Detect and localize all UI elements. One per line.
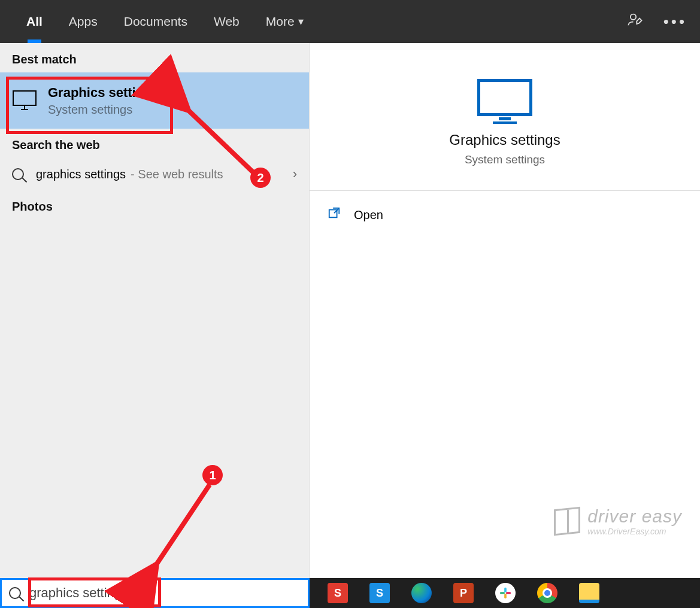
open-label: Open	[354, 208, 383, 222]
chevron-right-icon: ›	[293, 166, 297, 182]
more-options-icon[interactable]: •••	[663, 13, 687, 31]
preview-title: Graphics settings	[449, 132, 560, 148]
search-filter-tabs: All Apps Documents Web More▾ •••	[0, 0, 700, 43]
chevron-down-icon: ▾	[298, 15, 304, 28]
taskbar-app-file-explorer[interactable]	[579, 583, 599, 603]
watermark-url: www.DriverEasy.com	[587, 527, 682, 536]
taskbar-app-snagit-editor[interactable]: S	[328, 583, 348, 603]
taskbar-tray: S S P	[310, 578, 700, 608]
taskbar-app-edge[interactable]	[411, 583, 432, 603]
svg-point-0	[631, 14, 636, 19]
svg-rect-7	[504, 594, 507, 598]
best-match-title: Graphics settings	[48, 85, 159, 101]
watermark-brand: driver easy	[587, 506, 682, 527]
search-icon	[12, 168, 24, 180]
watermark: driver easy www.DriverEasy.com	[554, 506, 682, 536]
best-match-subtitle: System settings	[48, 103, 159, 117]
web-result-query: graphics settings	[36, 168, 126, 181]
search-input[interactable]	[29, 585, 301, 601]
taskbar-search[interactable]	[0, 578, 310, 608]
search-icon	[9, 587, 21, 599]
taskbar-app-slack[interactable]	[495, 583, 516, 603]
section-photos: Photos	[0, 190, 309, 220]
tab-all[interactable]: All	[13, 0, 56, 43]
svg-rect-8	[506, 592, 511, 594]
watermark-logo-icon	[554, 507, 580, 536]
taskbar-app-powerpoint[interactable]: P	[453, 583, 474, 603]
annotation-badge-1: 1	[202, 465, 223, 485]
preview-subtitle: System settings	[465, 153, 545, 166]
svg-rect-6	[500, 592, 505, 594]
taskbar-app-snagit[interactable]: S	[369, 583, 390, 603]
monitor-icon	[12, 88, 37, 113]
open-action[interactable]: Open	[310, 191, 700, 239]
tab-more[interactable]: More▾	[253, 0, 317, 43]
section-best-match: Best match	[0, 43, 309, 72]
svg-rect-1	[13, 91, 36, 105]
annotation-badge-2: 2	[250, 168, 271, 188]
results-panel: Best match Graphics settings System sett…	[0, 43, 310, 578]
web-result-suffix: - See web results	[131, 168, 223, 181]
feedback-icon[interactable]	[627, 11, 644, 32]
svg-rect-5	[504, 588, 507, 592]
taskbar: S S P	[0, 578, 700, 608]
open-icon	[328, 206, 341, 223]
preview-panel: Graphics settings System settings Open d…	[310, 43, 700, 578]
tab-apps[interactable]: Apps	[56, 0, 111, 43]
tab-web[interactable]: Web	[201, 0, 253, 43]
monitor-large-icon	[477, 79, 532, 116]
tab-documents[interactable]: Documents	[111, 0, 201, 43]
taskbar-app-chrome[interactable]	[537, 583, 557, 603]
best-match-result[interactable]: Graphics settings System settings	[0, 72, 309, 129]
section-search-web: Search the web	[0, 129, 309, 158]
